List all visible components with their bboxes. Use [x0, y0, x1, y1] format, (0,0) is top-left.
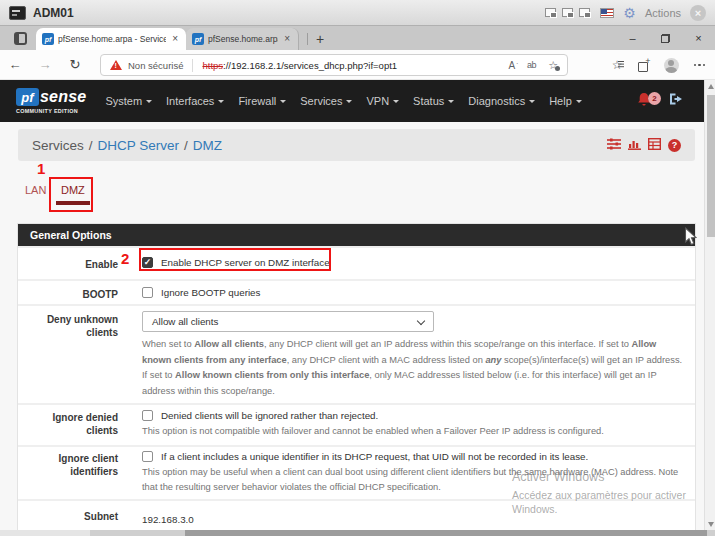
add-favorite-icon[interactable]: ☆	[548, 60, 558, 71]
nav-label: System	[105, 95, 142, 107]
breadcrumb-separator: /	[184, 138, 188, 153]
nav-item-services[interactable]: Services	[293, 95, 359, 107]
nav-label: Firewall	[238, 95, 276, 107]
scrollbar-thumb[interactable]	[707, 95, 715, 237]
scroll-down-arrow-icon[interactable]	[708, 522, 714, 527]
vm-window-state-icon-3[interactable]	[579, 8, 590, 17]
vm-actions-button[interactable]: Actions	[645, 7, 681, 19]
nav-item-help[interactable]: Help	[542, 95, 589, 107]
nav-item-system[interactable]: System	[98, 95, 159, 107]
security-label: Non sécurisé	[128, 60, 183, 71]
forward-button[interactable]: →	[30, 57, 60, 72]
checkbox[interactable]: ✓	[142, 451, 153, 462]
vm-console-icon	[9, 6, 26, 20]
vm-settings-gear-icon[interactable]: ⚙	[623, 6, 636, 20]
nav-item-vpn[interactable]: VPN	[359, 95, 406, 107]
vm-title: ADM01	[33, 6, 74, 20]
deny-unknown-clients-select[interactable]: Allow all clients	[142, 311, 434, 332]
related-settings-sliders-icon[interactable]	[607, 138, 621, 153]
notifications-bell-icon[interactable]: 2	[637, 92, 651, 111]
ignore-denied-clients-checkbox[interactable]: ✓ Denied clients will be ignored rather …	[142, 410, 685, 421]
annotation-number-1: 1	[37, 160, 45, 177]
pfsense-edition-label: COMMUNITY EDITION	[16, 108, 86, 114]
field-label-ignore-client-identifiers: Ignore client identifiers	[18, 447, 118, 499]
chevron-down-icon	[146, 100, 152, 103]
nav-item-status[interactable]: Status	[406, 95, 461, 107]
subnet-value: 192.168.3.0	[142, 514, 194, 525]
profile-avatar[interactable]	[664, 58, 679, 73]
notification-count-badge[interactable]: 2	[648, 92, 661, 105]
bottom-edge-strip	[0, 530, 715, 536]
panel-header: General Options	[18, 224, 695, 246]
favorites-icon[interactable]: ☆	[612, 58, 623, 72]
restore-button[interactable]	[649, 26, 682, 50]
nav-item-firewall[interactable]: Firewall	[231, 95, 293, 107]
general-options-panel: General Options Enable ✓ Enable DHCP ser…	[18, 224, 695, 536]
logout-icon[interactable]	[669, 92, 684, 110]
log-table-icon[interactable]	[648, 138, 661, 153]
pfsense-favicon: pf	[192, 33, 204, 45]
chevron-down-icon	[529, 100, 535, 103]
tab-close-icon[interactable]: ×	[170, 34, 180, 44]
form-row-deny-unknown-clients: Deny unknown clients Allow all clients W…	[18, 304, 695, 403]
interface-tab-lan[interactable]: LAN	[25, 184, 46, 196]
divider	[192, 59, 193, 72]
field-description: When set to Allow all clients, any DHCP …	[142, 337, 685, 399]
vm-close-icon[interactable]: ×	[690, 5, 706, 21]
nav-label: VPN	[366, 95, 389, 107]
status-chart-icon[interactable]	[628, 138, 641, 153]
not-secure-warning-icon[interactable]	[110, 60, 122, 70]
annotation-number-2: 2	[121, 250, 129, 267]
collections-icon[interactable]	[638, 60, 649, 71]
pfsense-logo[interactable]: pf sense COMMUNITY EDITION	[16, 88, 86, 114]
more-menu-icon[interactable]	[694, 64, 706, 67]
new-tab-button[interactable]: +	[316, 32, 324, 46]
checkbox[interactable]: ✓	[142, 410, 153, 421]
vm-window-state-icon-2[interactable]	[562, 8, 573, 17]
vm-window-state-icon-1[interactable]	[545, 8, 556, 17]
vertical-scrollbar[interactable]	[704, 80, 715, 536]
vm-screen: ADM01 ⚙ Actions × pf pfSense.home.arpa -…	[0, 0, 715, 536]
pfsense-logo-text: sense	[40, 88, 86, 106]
checkbox-label: If a client includes a unique identifier…	[161, 451, 588, 462]
breadcrumb: Services / DHCP Server / DMZ ?	[18, 129, 695, 161]
chevron-down-icon	[346, 100, 352, 103]
checkbox-label: Denied clients will be ignored rather th…	[161, 410, 378, 421]
back-button[interactable]: ←	[0, 57, 30, 72]
breadcrumb-link-dhcp-server[interactable]: DHCP Server	[98, 138, 180, 153]
browser-tab-services[interactable]: pf pfSense.home.arpa - Services: DH ×	[36, 28, 186, 50]
checkbox[interactable]: ✓	[142, 287, 153, 298]
nav-item-diagnostics[interactable]: Diagnostics	[461, 95, 542, 107]
nav-label: Services	[300, 95, 342, 107]
restore-icon	[661, 34, 670, 43]
browser-tab-interfaces[interactable]: pf pfSense.home.arpa - Interfaces: L ×	[186, 28, 299, 50]
form-row-ignore-denied-clients: Ignore denied clients ✓ Denied clients w…	[18, 403, 695, 445]
help-icon[interactable]: ?	[668, 139, 681, 152]
address-bar[interactable]: Non sécurisé https ://192.168.2.1/servic…	[100, 54, 568, 76]
ignore-bootp-checkbox[interactable]: ✓ Ignore BOOTP queries	[142, 287, 685, 298]
reload-button[interactable]: ↻	[60, 57, 90, 72]
url-text: ://192.168.2.1/services_dhcp.php?if=opt1	[223, 60, 397, 71]
nav-label: Diagnostics	[468, 95, 525, 107]
chevron-down-icon	[218, 100, 224, 103]
breadcrumb-separator: /	[89, 138, 93, 153]
nav-item-interfaces[interactable]: Interfaces	[159, 95, 231, 107]
minimize-button[interactable]: –	[616, 26, 649, 50]
tab-close-icon[interactable]: ×	[282, 34, 292, 44]
tab-title: pfSense.home.arpa - Interfaces: L	[208, 34, 278, 44]
tab-actions-icon[interactable]	[14, 32, 27, 45]
read-aloud-icon[interactable]: A	[508, 60, 515, 71]
nav-label: Help	[549, 95, 572, 107]
breadcrumb-link-dmz[interactable]: DMZ	[193, 138, 222, 153]
form-row-bootp: BOOTP ✓ Ignore BOOTP queries	[18, 279, 695, 304]
ignore-client-identifiers-checkbox[interactable]: ✓ If a client includes a unique identifi…	[142, 451, 685, 462]
page-viewport: pf sense COMMUNITY EDITION System Interf…	[0, 80, 704, 536]
field-label-enable: Enable	[18, 248, 118, 279]
keyboard-layout-flag-icon[interactable]	[600, 8, 614, 18]
annotation-box-step1	[49, 177, 93, 212]
field-description: This option is not compatible with failo…	[142, 424, 685, 440]
close-button[interactable]: ×	[682, 26, 715, 50]
pfsense-navbar: pf sense COMMUNITY EDITION System Interf…	[0, 80, 704, 122]
scroll-up-arrow-icon[interactable]	[708, 84, 714, 89]
translate-icon[interactable]: ab	[527, 60, 536, 70]
